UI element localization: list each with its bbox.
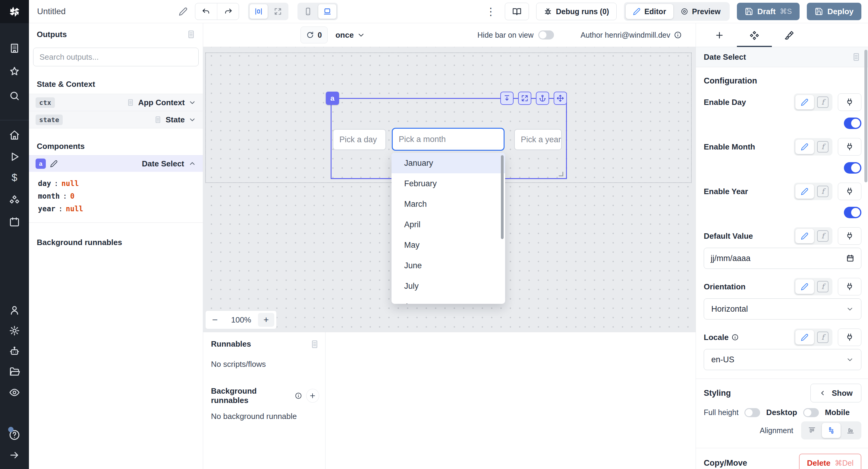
connect-input-button[interactable] (838, 138, 861, 156)
dropdown-scrollbar[interactable] (501, 155, 504, 239)
component-resize-handle[interactable] (559, 172, 563, 176)
windmill-logo[interactable] (0, 0, 29, 23)
debug-runs-button[interactable]: Debug runs (0) (536, 3, 616, 20)
search-outputs-input[interactable] (33, 48, 198, 66)
mobile-view-button[interactable] (299, 4, 317, 19)
sidebar-item-runs[interactable] (0, 151, 29, 162)
tab-component-settings[interactable] (737, 23, 772, 47)
fx-editor-button[interactable]: f (817, 332, 829, 343)
settings-scrollbar[interactable] (864, 50, 867, 182)
month-option-february[interactable]: February (392, 173, 505, 194)
default-value-date-input[interactable]: jj/mm/aaaa (704, 248, 861, 269)
component-anchor-button[interactable] (536, 92, 549, 105)
more-options-button[interactable]: ⋮ (484, 6, 498, 17)
sidebar-collapse-button[interactable] (0, 450, 29, 461)
month-option-july[interactable]: July (392, 276, 505, 296)
delete-component-button[interactable]: Delete ⌘Del (799, 454, 861, 469)
month-option-may[interactable]: May (392, 235, 505, 255)
component-move-button[interactable] (554, 92, 567, 105)
output-prop-day[interactable]: day:null (38, 177, 203, 190)
static-editor-button[interactable] (795, 95, 814, 110)
tab-insert-component[interactable] (702, 23, 737, 47)
sidebar-item-workspace[interactable] (0, 43, 29, 54)
month-option-august[interactable]: August (392, 296, 505, 304)
sidebar-item-favorites[interactable] (0, 66, 29, 77)
static-editor-button[interactable] (795, 279, 814, 294)
refresh-counter-button[interactable]: 0 (301, 27, 328, 43)
month-select-input[interactable]: Pick a month (392, 128, 504, 151)
fx-editor-button[interactable]: f (817, 186, 829, 197)
static-editor-button[interactable] (795, 184, 814, 199)
connect-input-button[interactable] (838, 227, 861, 245)
info-icon[interactable] (674, 31, 682, 39)
month-option-january[interactable]: January (392, 153, 505, 173)
sidebar-item-search[interactable] (0, 90, 29, 101)
desktop-toggle[interactable] (803, 408, 819, 417)
align-center-button[interactable] (822, 423, 841, 438)
styling-show-button[interactable]: Show (810, 384, 861, 402)
enable-day-toggle[interactable] (844, 118, 861, 129)
connect-input-button[interactable] (838, 93, 861, 111)
hide-bar-toggle[interactable] (538, 30, 554, 39)
draft-button[interactable]: Draft ⌘S (737, 3, 800, 20)
output-prop-year[interactable]: year:null (38, 202, 203, 215)
sidebar-item-workers[interactable] (0, 346, 29, 356)
static-editor-button[interactable] (795, 229, 814, 243)
info-icon[interactable] (732, 334, 739, 341)
locale-select[interactable]: en-US (704, 349, 861, 370)
calendar-icon[interactable] (846, 254, 855, 262)
connect-input-button[interactable] (838, 278, 861, 295)
tab-editor[interactable]: Editor (626, 4, 673, 19)
fx-editor-button[interactable]: f (817, 281, 829, 292)
sidebar-item-folders[interactable] (0, 367, 29, 377)
component-row-date-select[interactable]: a Date Select (29, 155, 203, 172)
panel-doc-icon[interactable] (187, 30, 195, 39)
fullwidth-canvas-button[interactable] (269, 4, 287, 19)
add-background-runnable-button[interactable] (306, 389, 319, 403)
output-row-ctx[interactable]: ctx App Context (29, 94, 203, 111)
rename-component-button[interactable] (50, 160, 58, 167)
info-icon[interactable] (295, 392, 302, 400)
docs-button[interactable] (505, 3, 529, 20)
undo-button[interactable] (195, 3, 217, 20)
tab-styling[interactable] (772, 23, 807, 47)
deploy-button[interactable]: Deploy (807, 3, 861, 20)
align-top-button[interactable] (803, 423, 821, 438)
sidebar-item-schedules[interactable] (0, 216, 29, 227)
sidebar-item-variables[interactable]: $ (0, 172, 29, 183)
output-prop-month[interactable]: month:0 (38, 190, 203, 202)
app-canvas[interactable]: a Pick a day Pick a month (203, 47, 695, 332)
rename-app-button[interactable] (179, 7, 188, 16)
panel-doc-icon[interactable] (310, 340, 319, 349)
orientation-select[interactable]: Horizontal (704, 299, 861, 319)
center-canvas-button[interactable] (250, 4, 268, 19)
year-select-input[interactable]: Pick a year (514, 129, 562, 150)
panel-doc-icon[interactable] (852, 53, 861, 61)
connect-input-button[interactable] (838, 329, 861, 346)
fx-editor-button[interactable]: f (817, 141, 829, 153)
static-editor-button[interactable] (795, 330, 814, 345)
full-height-toggle[interactable] (744, 408, 760, 417)
fx-editor-button[interactable]: f (817, 230, 829, 242)
align-bottom-button[interactable] (841, 423, 860, 438)
tab-preview[interactable]: Preview (673, 4, 728, 19)
day-select-input[interactable]: Pick a day (333, 129, 386, 150)
sidebar-item-home[interactable] (0, 130, 29, 140)
month-option-june[interactable]: June (392, 255, 505, 276)
enable-year-toggle[interactable] (844, 207, 861, 218)
component-expand-down-button[interactable] (500, 92, 514, 105)
sidebar-item-audit[interactable] (0, 387, 29, 398)
connect-input-button[interactable] (838, 183, 861, 200)
sidebar-item-settings[interactable] (0, 325, 29, 336)
refresh-mode-dropdown[interactable]: once (336, 30, 365, 40)
enable-month-toggle[interactable] (844, 162, 861, 174)
desktop-view-button[interactable] (318, 4, 336, 19)
month-option-april[interactable]: April (392, 214, 505, 235)
zoom-in-button[interactable]: + (258, 313, 274, 327)
month-option-march[interactable]: March (392, 194, 505, 214)
component-fullscreen-button[interactable] (518, 92, 531, 105)
static-editor-button[interactable] (795, 139, 814, 154)
fx-editor-button[interactable]: f (817, 96, 829, 108)
sidebar-item-users[interactable] (0, 305, 29, 316)
sidebar-item-help[interactable] (0, 429, 29, 441)
